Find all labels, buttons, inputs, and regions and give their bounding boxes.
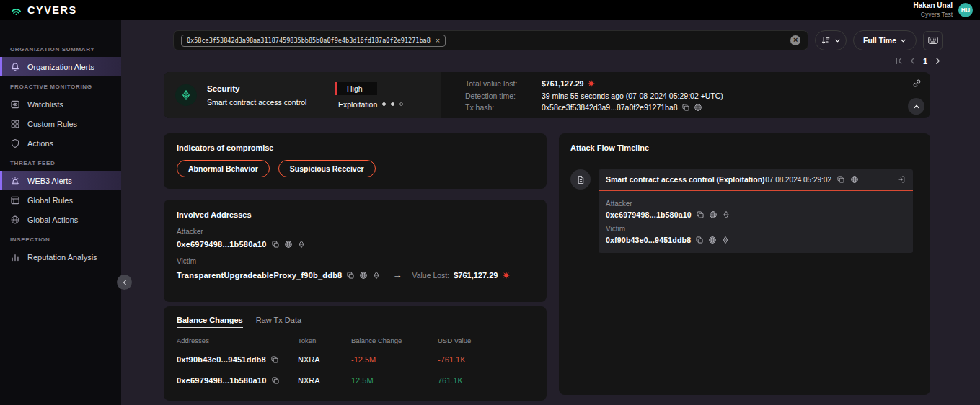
shortcuts-button[interactable]	[923, 31, 943, 50]
etherscan-icon[interactable]	[722, 210, 730, 219]
token-cell: NXRA	[298, 376, 351, 385]
etherscan-icon[interactable]	[297, 240, 306, 249]
victim-label: Victim	[177, 257, 534, 265]
document-icon	[576, 175, 586, 184]
explorer-icon[interactable]	[284, 240, 293, 249]
balance-change-cell: 12.5M	[351, 376, 438, 385]
etherscan-icon[interactable]	[721, 236, 730, 244]
search-input[interactable]: 0x58ce3f53842d3a98aa31187459835bb85b0a0f…	[173, 30, 808, 50]
victim-row: TransparentUpgradeableProxy_f90b_ddb8 → …	[177, 270, 534, 280]
copy-icon[interactable]	[271, 240, 280, 249]
reputation-analysis-icon	[10, 252, 20, 262]
sidebar-item-reputation-analysis[interactable]: Reputation Analysis	[0, 247, 121, 267]
attack-flow-title: Attack Flow Timeline	[570, 143, 919, 152]
alert-severity-block: High Exploitation	[335, 82, 403, 109]
column-addresses: Addresses	[177, 337, 298, 344]
sort-icon	[821, 35, 831, 45]
indicators-title: Indicators of compromise	[177, 143, 534, 152]
explorer-icon[interactable]	[709, 210, 718, 219]
tab-balance-changes[interactable]: Balance Changes	[177, 316, 243, 328]
copy-icon[interactable]	[270, 355, 279, 364]
logo-icon	[10, 4, 22, 17]
column-usd-value: USD Value	[438, 337, 534, 344]
keyboard-icon	[928, 35, 938, 45]
user-menu[interactable]: Hakan Unal Cyvers Test HU	[914, 1, 973, 18]
sidebar-item-actions[interactable]: Actions	[0, 133, 121, 153]
sidebar: ORGANIZATION SUMMARY Organization Alerts…	[0, 20, 121, 405]
attacker-address: 0xe6979498...1b580a10	[606, 210, 692, 219]
alert-details: Total value lost: $761,127.29 Detection …	[465, 79, 723, 112]
sort-button[interactable]	[815, 30, 847, 50]
explorer-icon[interactable]	[850, 175, 859, 184]
copy-icon[interactable]	[696, 210, 705, 219]
sidebar-item-global-rules[interactable]: Global Rules	[0, 190, 121, 210]
user-meta: Hakan Unal Cyvers Test	[914, 1, 953, 18]
explorer-icon[interactable]	[359, 271, 368, 280]
detection-time-value: 39 mins 55 seconds ago (07-08-2024 05:29…	[542, 92, 723, 100]
tx-hash-value: 0x58ce3f53842d3a9...87a0f2e91271ba8	[542, 103, 723, 112]
explorer-icon[interactable]	[694, 103, 702, 112]
time-filter-label: Full Time	[863, 36, 896, 45]
timeline-event-body: Attacker 0xe6979498...1b580a10 Victim 0x…	[599, 191, 913, 253]
next-page-button[interactable]	[933, 56, 943, 66]
chain-logo-icon	[175, 84, 197, 106]
sidebar-section-inspection: INSPECTION	[0, 229, 121, 247]
sidebar-item-global-actions[interactable]: Global Actions	[0, 210, 121, 229]
loss-icon	[502, 271, 511, 280]
global-rules-icon	[10, 195, 20, 205]
victim-label: Victim	[606, 225, 906, 233]
search-filter-chip[interactable]: 0x58ce3f53842d3a98aa31187459835bb85b0a0f…	[181, 35, 446, 47]
copy-icon[interactable]	[271, 376, 280, 385]
sidebar-item-watchlists[interactable]: Watchlists	[0, 94, 121, 114]
tab-raw-tx-data[interactable]: Raw Tx Data	[256, 316, 301, 328]
pagination: 1	[894, 56, 943, 66]
timeline-node	[570, 169, 591, 190]
chevron-down-icon	[834, 37, 841, 44]
sidebar-item-label: Custom Rules	[27, 120, 77, 128]
sidebar-item-organization-alerts[interactable]: Organization Alerts	[0, 57, 121, 76]
copy-icon[interactable]	[346, 271, 355, 280]
total-value-lost-label: Total value lost:	[465, 79, 542, 88]
indicator-chips: Abnormal Behavior Suspicious Receiver	[177, 160, 534, 177]
search-chip-text: 0x58ce3f53842d3a98aa31187459835bb85b0a0f…	[187, 37, 431, 44]
copy-icon[interactable]	[681, 103, 690, 112]
sidebar-section-proactive-monitoring: PROACTIVE MONITORING	[0, 76, 121, 94]
timeline-event-title: Smart contract access control (Exploitat…	[606, 175, 765, 184]
explorer-icon[interactable]	[708, 236, 717, 244]
open-entry-icon[interactable]	[897, 175, 906, 184]
time-filter-button[interactable]: Full Time	[853, 30, 917, 50]
app-logo[interactable]: CYVERS	[10, 4, 77, 17]
prev-page-button[interactable]	[908, 56, 917, 66]
etherscan-icon[interactable]	[372, 271, 381, 280]
sidebar-item-web3-alerts[interactable]: WEB3 Alerts	[0, 171, 121, 190]
avatar[interactable]: HU	[958, 3, 973, 17]
sidebar-section-threat-feed: THREAT FEED	[0, 153, 121, 171]
attacker-label: Attacker	[606, 200, 906, 208]
permalink-icon[interactable]	[912, 79, 922, 88]
copy-icon[interactable]	[695, 236, 704, 244]
collapse-alert-button[interactable]	[908, 98, 924, 115]
copy-icon[interactable]	[836, 175, 845, 184]
timeline-event-meta: 07.08.2024 05:29:02	[765, 175, 906, 184]
clear-search-icon[interactable]: ×	[790, 35, 800, 45]
alert-summary: Security Smart contract access control H…	[164, 72, 441, 118]
victim-address: 0xf90b43e0...9451ddb8	[606, 236, 691, 244]
sidebar-collapse-button[interactable]	[117, 275, 132, 290]
current-page[interactable]: 1	[922, 57, 929, 66]
usd-value-cell: 761.1K	[438, 376, 534, 385]
chevron-down-icon	[900, 37, 906, 44]
first-page-button[interactable]	[894, 56, 904, 66]
custom-rules-icon	[10, 119, 20, 129]
indicator-chip-suspicious-receiver[interactable]: Suspicious Receiver	[278, 160, 376, 177]
global-actions-icon	[10, 215, 20, 225]
remove-chip-icon[interactable]: ×	[436, 37, 440, 45]
alert-card: Security Smart contract access control H…	[164, 72, 930, 118]
address-cell: 0xf90b43e0...9451ddb8	[177, 355, 298, 364]
indicator-chip-abnormal-behavior[interactable]: Abnormal Behavior	[177, 160, 270, 177]
token-cell: NXRA	[298, 355, 351, 364]
ethereum-icon	[180, 89, 192, 101]
sidebar-item-custom-rules[interactable]: Custom Rules	[0, 114, 121, 133]
table-row: 0xf90b43e0...9451ddb8 NXRA -12.5M -761.1…	[177, 350, 534, 370]
table-header: Addresses Token Balance Change USD Value	[177, 334, 534, 350]
toolbar: 0x58ce3f53842d3a98aa31187459835bb85b0a0f…	[173, 30, 943, 50]
